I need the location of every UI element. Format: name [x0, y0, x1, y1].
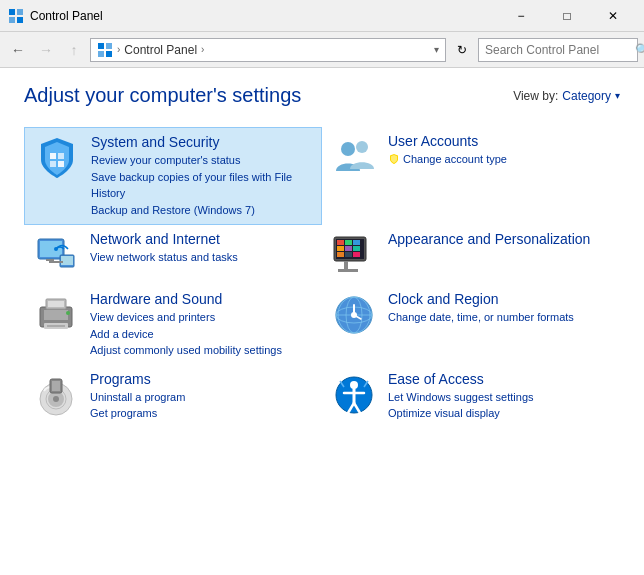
address-text: Control Panel [124, 43, 197, 57]
svg-rect-31 [353, 252, 360, 257]
ease-icon [330, 371, 378, 419]
category-user-accounts[interactable]: User Accounts Change account type [322, 127, 620, 225]
link-review-status[interactable]: Review your computer's status [91, 152, 313, 169]
svg-rect-6 [98, 51, 104, 57]
ease-text: Ease of Access Let Windows suggest setti… [388, 371, 612, 422]
link-backup-files[interactable]: Save backup copies of your files with Fi… [91, 169, 313, 202]
close-button[interactable]: ✕ [590, 0, 636, 32]
address-field[interactable]: › Control Panel › ▾ [90, 38, 446, 62]
link-date-time[interactable]: Change date, time, or number formats [388, 309, 612, 326]
link-add-device[interactable]: Add a device [90, 326, 314, 343]
programs-icon [32, 371, 80, 419]
title-bar: Control Panel − □ ✕ [0, 0, 644, 32]
programs-text: Programs Uninstall a program Get program… [90, 371, 314, 422]
svg-rect-32 [344, 261, 348, 269]
search-box[interactable]: 🔍 [478, 38, 638, 62]
search-icon: 🔍 [635, 43, 644, 57]
svg-point-13 [356, 141, 368, 153]
svg-rect-23 [337, 240, 344, 245]
svg-rect-37 [48, 301, 64, 307]
user-accounts-icon [330, 133, 378, 181]
svg-point-52 [53, 396, 59, 402]
page-title: Adjust your computer's settings [24, 84, 301, 107]
svg-rect-19 [46, 259, 54, 261]
window-title: Control Panel [30, 9, 498, 23]
link-visual-display[interactable]: Optimize visual display [388, 405, 612, 422]
svg-rect-11 [58, 161, 64, 167]
clock-name[interactable]: Clock and Region [388, 291, 612, 307]
refresh-button[interactable]: ↻ [450, 38, 474, 62]
svg-rect-55 [52, 381, 60, 391]
svg-rect-33 [338, 269, 358, 272]
back-button[interactable]: ← [6, 38, 30, 62]
hardware-name[interactable]: Hardware and Sound [90, 291, 314, 307]
up-button[interactable]: ↑ [62, 38, 86, 62]
user-accounts-name[interactable]: User Accounts [388, 133, 612, 149]
address-bar: ← → ↑ › Control Panel › ▾ ↻ 🔍 [0, 32, 644, 68]
view-by[interactable]: View by: Category ▾ [513, 89, 620, 103]
system-security-name[interactable]: System and Security [91, 134, 313, 150]
app-icon [8, 8, 24, 24]
link-view-devices[interactable]: View devices and printers [90, 309, 314, 326]
dropdown-arrow: ▾ [434, 44, 439, 55]
appearance-icon [330, 231, 378, 279]
view-by-value[interactable]: Category [562, 89, 611, 103]
svg-rect-18 [61, 256, 73, 265]
link-backup-restore[interactable]: Backup and Restore (Windows 7) [91, 202, 313, 219]
page-header: Adjust your computer's settings View by:… [24, 84, 620, 107]
main-content: Adjust your computer's settings View by:… [0, 68, 644, 444]
svg-rect-20 [49, 261, 63, 263]
svg-rect-8 [50, 153, 56, 159]
search-input[interactable] [485, 43, 635, 57]
link-change-account[interactable]: Change account type [403, 151, 507, 168]
clock-text: Clock and Region Change date, time, or n… [388, 291, 612, 326]
system-security-text: System and Security Review your computer… [91, 134, 313, 218]
svg-point-16 [54, 247, 58, 251]
svg-rect-7 [106, 51, 112, 57]
hardware-icon [32, 291, 80, 339]
svg-rect-26 [337, 246, 344, 251]
link-suggest-settings[interactable]: Let Windows suggest settings [388, 389, 612, 406]
category-system-security[interactable]: System and Security Review your computer… [24, 127, 322, 225]
svg-rect-30 [345, 252, 352, 257]
path-sep: › [117, 44, 120, 55]
category-network[interactable]: Network and Internet View network status… [24, 225, 322, 285]
user-accounts-text: User Accounts Change account type [388, 133, 612, 168]
system-security-icon [33, 134, 81, 182]
forward-button[interactable]: → [34, 38, 58, 62]
svg-rect-28 [353, 246, 360, 251]
shield-small-icon [388, 153, 400, 165]
svg-rect-2 [9, 17, 15, 23]
svg-rect-25 [353, 240, 360, 245]
link-get-programs[interactable]: Get programs [90, 405, 314, 422]
appearance-name[interactable]: Appearance and Personalization [388, 231, 612, 247]
link-network-status[interactable]: View network status and tasks [90, 249, 314, 266]
svg-rect-27 [345, 246, 352, 251]
view-by-arrow: ▾ [615, 90, 620, 101]
svg-rect-4 [98, 43, 104, 49]
category-ease[interactable]: Ease of Access Let Windows suggest setti… [322, 365, 620, 428]
category-clock[interactable]: Clock and Region Change date, time, or n… [322, 285, 620, 365]
svg-point-39 [66, 311, 70, 315]
clock-icon [330, 291, 378, 339]
category-appearance[interactable]: Appearance and Personalization [322, 225, 620, 285]
network-icon [32, 231, 80, 279]
network-text: Network and Internet View network status… [90, 231, 314, 266]
svg-rect-1 [17, 9, 23, 15]
minimize-button[interactable]: − [498, 0, 544, 32]
svg-rect-29 [337, 252, 344, 257]
link-mobility[interactable]: Adjust commonly used mobility settings [90, 342, 314, 359]
svg-rect-0 [9, 9, 15, 15]
network-name[interactable]: Network and Internet [90, 231, 314, 247]
svg-rect-10 [50, 161, 56, 167]
svg-rect-9 [58, 153, 64, 159]
programs-name[interactable]: Programs [90, 371, 314, 387]
svg-rect-40 [47, 325, 65, 327]
category-hardware[interactable]: Hardware and Sound View devices and prin… [24, 285, 322, 365]
svg-point-12 [341, 142, 355, 156]
maximize-button[interactable]: □ [544, 0, 590, 32]
category-programs[interactable]: Programs Uninstall a program Get program… [24, 365, 322, 428]
ease-name[interactable]: Ease of Access [388, 371, 612, 387]
svg-rect-5 [106, 43, 112, 49]
link-uninstall[interactable]: Uninstall a program [90, 389, 314, 406]
